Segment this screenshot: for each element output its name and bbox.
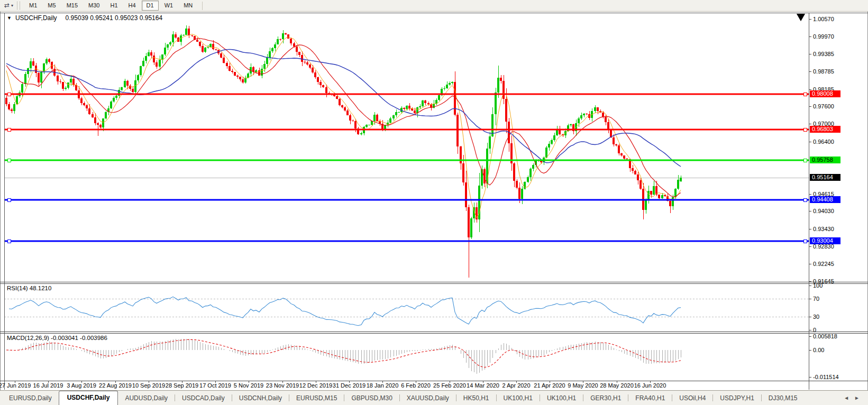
timeframe-buttons: M1M5M15M30H1H4D1W1MN [24,1,198,11]
price-tick-label: 0.94030 [813,208,834,214]
price-tick-label: 0.92245 [813,261,834,267]
tab-scroll-left-icon[interactable]: ◄ [844,395,849,401]
chevron-down-icon[interactable]: ▾ [11,3,15,8]
tab-scroll-arrows: ◄ ► [844,395,860,401]
date-tick-label: 17 Oct 2019 [199,382,231,389]
tab-usdjpy-h1[interactable]: USDJPY,H1 [713,391,761,405]
date-tick-label: 14 Mar 2020 [467,382,499,389]
chart-shift-marker [797,14,805,21]
tab-uk100-h1[interactable]: UK100,H1 [540,391,583,405]
date-tick-label: 18 Jan 2020 [367,382,399,389]
tab-usdchf-daily[interactable]: USDCHF,Daily [59,391,118,405]
price-tick-label: 1.00570 [813,16,834,22]
timeframe-button-d1[interactable]: D1 [142,1,159,11]
date-tick-label: 16 Jun 2020 [634,382,666,389]
tab-scroll-right-icon[interactable]: ► [854,395,860,401]
symbol-dropdown-icon[interactable]: ▼ [7,15,12,21]
macd-axis-label: 0.00 [813,347,824,353]
rsi-axis-label: 30 [813,314,819,320]
date-tick-label: 21 Apr 2020 [534,382,565,389]
date-tick-label: 12 Dec 2019 [299,382,332,389]
date-tick-label: 2 Apr 2020 [502,382,530,389]
price-tick-label: 0.91645 [813,278,834,284]
toolbar-grip[interactable] [17,2,20,10]
tab-uk100-h1[interactable]: UK100,H1 [497,391,540,405]
rsi-indicator-label: RSI(14) 48.1210 [7,285,51,291]
tab-usdcad-daily[interactable]: USDCAD,Daily [175,391,232,405]
rsi-axis-label: 0 [813,327,816,333]
date-tick-label: 10 Sep 2019 [132,382,165,389]
price-line-badge: 0.94408 [810,196,840,203]
date-tick-label: 28 May 2020 [600,382,634,389]
tab-usdcnh-daily[interactable]: USDCNH,Daily [232,391,289,405]
date-tick-label: 22 Aug 2019 [99,382,132,389]
macd-axis-label: -0.011514 [813,374,839,380]
rsi-axis-label: 100 [813,282,823,289]
chart-ohlc-values: 0.95039 0.95241 0.95023 0.95164 [66,14,163,22]
tab-usoil-h4[interactable]: USOil,H4 [672,391,712,405]
chart-symbol-label: USDCHF,Daily [15,14,57,22]
price-tick-label: 0.97000 [813,121,834,127]
tabs: EURUSD,DailyUSDCHF,DailyAUDUSD,DailyUSDC… [2,391,805,405]
chart-title: ▼USDCHF,Daily0.95039 0.95241 0.95023 0.9… [7,14,162,22]
date-tick-label: 31 Dec 2019 [333,382,366,389]
toolbar-separator [202,2,203,10]
price-line-badge: 0.96803 [810,126,840,133]
tab-dj30-m15[interactable]: DJ30,M15 [762,391,805,405]
date-tick-label: 23 Nov 2019 [266,382,299,389]
top-toolbar: ⇄ ▾ M1M5M15M30H1H4D1W1MN [0,0,868,12]
tab-audusd-daily[interactable]: AUDUSD,Daily [118,391,175,405]
date-tick-label: 3 Aug 2019 [67,382,96,389]
date-tick-label: 5 Nov 2019 [234,382,263,389]
current-price-badge: 0.95164 [810,174,840,181]
date-tick-label: 6 Feb 2020 [401,382,431,389]
price-tick-label: 0.98185 [813,86,834,93]
timeframe-button-m15[interactable]: M15 [62,1,83,11]
price-tick-label: 0.98785 [813,68,834,75]
axis-overlay: 1.005700.999700.993850.987850.981850.976… [0,0,868,405]
price-line-badge: 0.95758 [810,157,840,163]
date-tick-label: 28 Sep 2019 [166,382,198,389]
price-line-badge: 0.93004 [810,237,840,244]
timeframe-button-m30[interactable]: M30 [84,1,104,11]
date-tick-label: 9 May 2020 [568,382,598,389]
date-tick-label: 27 Jun 2019 [0,382,31,389]
price-tick-label: 0.94615 [813,191,834,197]
chart-tab-bar: EURUSD,DailyUSDCHF,DailyAUDUSD,DailyUSDC… [0,390,868,405]
tab-eurusd-m15[interactable]: EURUSD,M15 [289,391,344,405]
chart-svg[interactable] [0,0,868,405]
macd-indicator-label: MACD(12,26,9) -0.003041 -0.003986 [7,335,107,341]
timeframe-button-h1[interactable]: H1 [105,1,122,11]
timeframe-button-w1[interactable]: W1 [160,1,178,11]
price-line-badge: 0.98008 [810,90,840,97]
timeframe-button-h4[interactable]: H4 [124,1,141,11]
tab-hk50-h1[interactable]: HK50,H1 [456,391,496,405]
tab-ger30-h1[interactable]: GER30,H1 [583,391,628,405]
date-tick-label: 25 Feb 2020 [433,382,466,389]
timeframe-button-m5[interactable]: M5 [43,1,60,11]
price-tick-label: 0.93430 [813,226,834,232]
tab-fra40-h1[interactable]: FRA40,H1 [628,391,672,405]
rsi-axis-label: 70 [813,296,819,302]
price-tick-label: 0.96400 [813,139,834,145]
date-tick-label: 16 Jul 2019 [33,382,63,389]
timeframe-button-m1[interactable]: M1 [24,1,42,11]
macd-axis-label: 0.005818 [813,333,837,339]
timeframe-button-mn[interactable]: MN [179,1,197,11]
chart-shift-icon[interactable]: ⇄ [2,1,11,10]
tab-eurusd-daily[interactable]: EURUSD,Daily [2,391,59,405]
price-tick-label: 0.99970 [813,33,834,40]
tab-gbpusd-m30[interactable]: GBPUSD,M30 [344,391,399,405]
price-tick-label: 0.97600 [813,103,834,109]
price-tick-label: 0.99385 [813,51,834,57]
price-tick-label: 0.92830 [813,243,834,250]
tab-xauusd-daily[interactable]: XAUUSD,Daily [400,391,456,405]
